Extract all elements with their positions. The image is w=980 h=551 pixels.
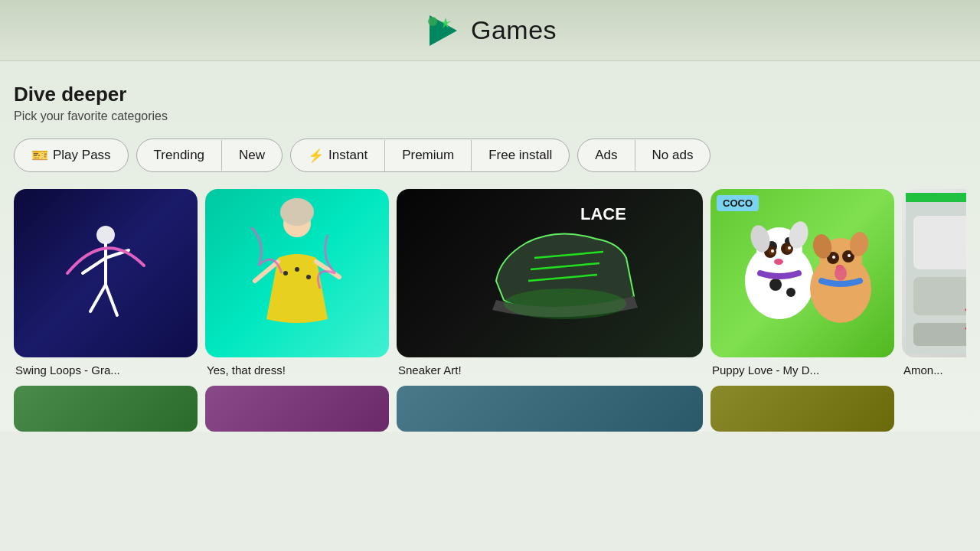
among-thumbnail <box>902 189 966 357</box>
filter-group-trending-new: Trending New <box>136 139 283 172</box>
swing-loops-thumbnail <box>14 189 198 357</box>
yes-dress-title: Yes, that dress! <box>205 364 389 377</box>
svg-rect-49 <box>913 216 966 269</box>
filter-play-pass[interactable]: 🎫 Play Pass <box>14 139 129 172</box>
svg-point-32 <box>771 249 774 253</box>
svg-point-14 <box>306 275 311 279</box>
games-row-2 <box>14 386 966 432</box>
svg-point-33 <box>788 246 791 249</box>
game-card-swing-loops[interactable]: Swing Loops - Gra... <box>14 189 198 377</box>
svg-point-34 <box>774 259 783 265</box>
svg-point-12 <box>283 271 288 276</box>
filter-trending[interactable]: Trending <box>137 140 222 171</box>
main-content: Dive deeper Pick your favorite categorie… <box>0 61 980 432</box>
svg-point-46 <box>835 266 847 281</box>
filter-group-install: ⚡ Instant Premium Free install <box>290 139 570 172</box>
svg-rect-51 <box>913 323 966 346</box>
svg-point-27 <box>786 288 795 297</box>
game-card-among[interactable]: Amon... <box>902 189 966 377</box>
play-games-icon <box>423 12 460 49</box>
svg-rect-50 <box>913 277 966 315</box>
filter-instant[interactable]: ⚡ Instant <box>291 140 385 171</box>
svg-point-13 <box>295 267 299 272</box>
svg-line-6 <box>83 258 106 273</box>
bottom-game-4[interactable] <box>710 386 894 432</box>
bottom-game-3[interactable] <box>397 386 703 432</box>
games-row: Swing Loops - Gra... <box>14 189 966 377</box>
filter-no-ads[interactable]: No ads <box>635 140 710 171</box>
filter-group-ads: Ads No ads <box>577 139 710 172</box>
header-title: Games <box>471 15 557 45</box>
yes-dress-thumbnail <box>205 189 389 357</box>
ticket-icon: 🎫 <box>31 147 48 164</box>
filter-premium[interactable]: Premium <box>385 140 472 171</box>
svg-rect-48 <box>906 193 966 202</box>
svg-point-41 <box>832 256 835 259</box>
yes-dress-art <box>236 197 358 350</box>
game-card-puppy-love[interactable]: COCO <box>710 189 894 377</box>
bottom-game-1[interactable] <box>14 386 198 432</box>
svg-point-11 <box>280 198 314 226</box>
puppy-love-thumbnail: COCO <box>710 189 894 357</box>
game-card-sneaker-art[interactable]: LACE Sneaker Art! <box>397 189 703 377</box>
svg-point-42 <box>848 254 851 257</box>
puppy-love-art <box>718 197 887 350</box>
swing-loops-art <box>60 212 152 334</box>
sneaker-art-title: Sneaker Art! <box>397 364 703 377</box>
puppy-love-title: Puppy Love - My D... <box>710 364 894 377</box>
lightning-icon: ⚡ <box>308 148 324 164</box>
section-title: Dive deeper <box>14 83 966 106</box>
svg-point-26 <box>769 279 782 291</box>
filter-ads[interactable]: Ads <box>578 140 635 171</box>
svg-point-4 <box>96 226 115 244</box>
bottom-game-2[interactable] <box>205 386 389 432</box>
filter-row: 🎫 Play Pass Trending New ⚡ Instant Premi… <box>14 139 966 172</box>
sneaker-art: LACE <box>404 197 695 350</box>
header-logo: Games <box>423 12 557 49</box>
svg-point-21 <box>504 289 626 319</box>
play-pass-label: Play Pass <box>53 148 111 163</box>
app-header: Games <box>0 0 980 61</box>
svg-line-9 <box>106 285 117 315</box>
among-art <box>906 193 966 354</box>
swing-loops-title: Swing Loops - Gra... <box>14 364 198 377</box>
filter-free-install[interactable]: Free install <box>472 140 569 171</box>
among-title: Amon... <box>902 364 966 377</box>
svg-line-8 <box>90 285 106 311</box>
game-card-yes-dress[interactable]: Yes, that dress! <box>205 189 389 377</box>
sneaker-art-thumbnail: LACE <box>397 189 703 357</box>
svg-point-1 <box>428 17 437 26</box>
section-subtitle: Pick your favorite categories <box>14 109 966 123</box>
filter-new[interactable]: New <box>222 140 282 171</box>
svg-text:LACE: LACE <box>580 204 626 223</box>
